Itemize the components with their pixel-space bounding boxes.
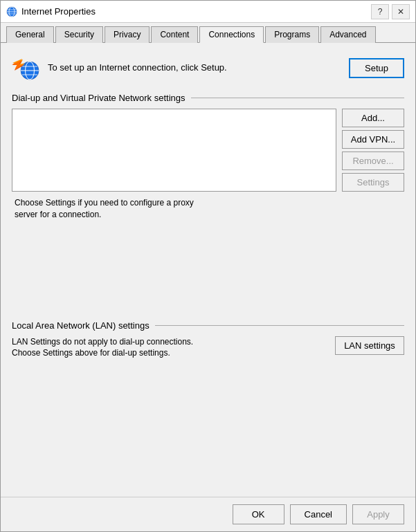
- title-bar: Internet Properties ? ✕: [1, 1, 415, 23]
- lan-settings-button[interactable]: LAN settings: [335, 336, 404, 355]
- apply-button[interactable]: Apply: [352, 504, 404, 524]
- title-bar-controls: ? ✕: [371, 4, 410, 19]
- lan-row: LAN Settings do not apply to dial-up con…: [12, 336, 404, 360]
- proxy-description: Choose Settings if you need to configure…: [12, 197, 404, 221]
- tab-connections[interactable]: Connections: [199, 26, 264, 43]
- close-button[interactable]: ✕: [392, 4, 410, 19]
- tab-privacy[interactable]: Privacy: [105, 26, 150, 43]
- add-vpn-button[interactable]: Add VPN...: [342, 130, 404, 149]
- tab-general[interactable]: General: [6, 26, 54, 43]
- lan-section: Local Area Network (LAN) settings LAN Se…: [12, 320, 404, 360]
- remove-button[interactable]: Remove...: [342, 152, 404, 170]
- tab-programs[interactable]: Programs: [265, 26, 319, 43]
- globe-icon-area: [12, 54, 39, 82]
- tab-advanced[interactable]: Advanced: [320, 26, 375, 43]
- spacer: [12, 232, 404, 315]
- cancel-button[interactable]: Cancel: [290, 504, 347, 524]
- vpn-buttons: Add... Add VPN... Remove... Settings: [342, 109, 404, 192]
- lan-description: LAN Settings do not apply to dial-up con…: [12, 336, 327, 360]
- footer: OK Cancel Apply: [1, 497, 415, 531]
- ok-button[interactable]: OK: [233, 504, 284, 524]
- tabs-bar: General Security Privacy Content Connect…: [1, 23, 415, 43]
- lan-section-header: Local Area Network (LAN) settings: [12, 320, 404, 331]
- settings-button[interactable]: Settings: [342, 173, 404, 192]
- tab-content-area: To set up an Internet connection, click …: [1, 43, 415, 497]
- help-button[interactable]: ?: [371, 4, 389, 19]
- dialup-divider: [191, 98, 405, 98]
- lan-title: Local Area Network (LAN) settings: [12, 320, 150, 331]
- dialup-section-header: Dial-up and Virtual Private Network sett…: [12, 93, 404, 103]
- window-title: Internet Properties: [21, 6, 371, 17]
- tab-security[interactable]: Security: [55, 26, 103, 43]
- dialup-title: Dial-up and Virtual Private Network sett…: [12, 93, 186, 103]
- vpn-list[interactable]: [12, 109, 336, 192]
- tab-content[interactable]: Content: [151, 26, 198, 43]
- setup-row: To set up an Internet connection, click …: [12, 54, 404, 82]
- internet-properties-window: Internet Properties ? ✕ General Security…: [0, 0, 416, 532]
- add-button[interactable]: Add...: [342, 109, 404, 127]
- lan-divider: [155, 325, 404, 326]
- vpn-area: Add... Add VPN... Remove... Settings: [12, 109, 404, 192]
- setup-description: To set up an Internet connection, click …: [48, 62, 341, 74]
- setup-button[interactable]: Setup: [349, 58, 404, 78]
- app-icon: [6, 6, 17, 17]
